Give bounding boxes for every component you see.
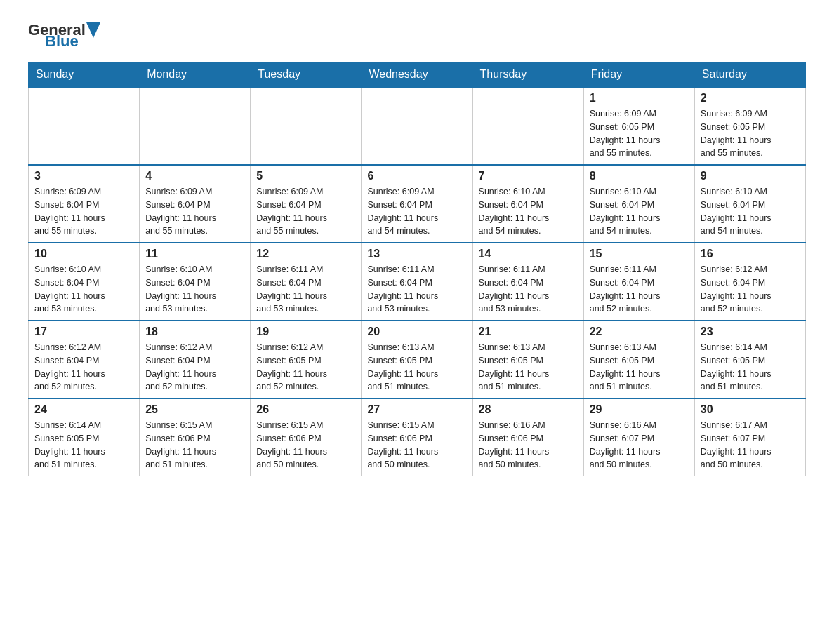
day-info: Sunrise: 6:13 AMSunset: 6:05 PMDaylight:… (590, 341, 689, 394)
day-info: Sunrise: 6:15 AMSunset: 6:06 PMDaylight:… (367, 419, 466, 471)
day-info: Sunrise: 6:12 AMSunset: 6:05 PMDaylight:… (256, 341, 355, 394)
day-number: 23 (701, 326, 800, 338)
day-info: Sunrise: 6:14 AMSunset: 6:05 PMDaylight:… (701, 341, 800, 394)
day-info: Sunrise: 6:10 AMSunset: 6:04 PMDaylight:… (34, 263, 133, 316)
day-number: 25 (145, 403, 244, 416)
calendar-cell: 18Sunrise: 6:12 AMSunset: 6:04 PMDayligh… (140, 321, 251, 398)
day-info: Sunrise: 6:15 AMSunset: 6:06 PMDaylight:… (256, 419, 355, 471)
calendar-cell (140, 87, 251, 165)
calendar-header-row: SundayMondayTuesdayWednesdayThursdayFrid… (29, 62, 806, 88)
day-info: Sunrise: 6:09 AMSunset: 6:04 PMDaylight:… (367, 185, 466, 238)
day-info: Sunrise: 6:10 AMSunset: 6:04 PMDaylight:… (590, 185, 689, 238)
calendar-cell: 19Sunrise: 6:12 AMSunset: 6:05 PMDayligh… (251, 321, 362, 398)
day-number: 13 (367, 248, 466, 260)
weekday-header: Saturday (694, 62, 805, 88)
calendar-cell: 30Sunrise: 6:17 AMSunset: 6:07 PMDayligh… (694, 398, 805, 476)
day-number: 20 (367, 326, 466, 338)
day-number: 30 (701, 403, 800, 416)
logo-triangle-icon (86, 22, 100, 38)
day-number: 17 (34, 326, 133, 338)
day-info: Sunrise: 6:16 AMSunset: 6:07 PMDaylight:… (590, 419, 689, 471)
day-number: 11 (145, 248, 244, 260)
day-info: Sunrise: 6:10 AMSunset: 6:04 PMDaylight:… (701, 185, 800, 238)
weekday-header: Sunday (29, 62, 140, 88)
day-number: 12 (256, 248, 355, 260)
calendar-cell: 9Sunrise: 6:10 AMSunset: 6:04 PMDaylight… (694, 165, 805, 243)
calendar-cell: 11Sunrise: 6:10 AMSunset: 6:04 PMDayligh… (140, 243, 251, 321)
logo: General Blue (28, 21, 101, 51)
calendar-cell: 16Sunrise: 6:12 AMSunset: 6:04 PMDayligh… (694, 243, 805, 321)
day-info: Sunrise: 6:13 AMSunset: 6:05 PMDaylight:… (367, 341, 466, 394)
day-info: Sunrise: 6:09 AMSunset: 6:05 PMDaylight:… (701, 107, 800, 160)
calendar-cell: 21Sunrise: 6:13 AMSunset: 6:05 PMDayligh… (472, 321, 583, 398)
calendar-week-row: 1Sunrise: 6:09 AMSunset: 6:05 PMDaylight… (29, 87, 806, 165)
calendar-cell: 17Sunrise: 6:12 AMSunset: 6:04 PMDayligh… (29, 321, 140, 398)
weekday-header: Tuesday (251, 62, 362, 88)
day-info: Sunrise: 6:10 AMSunset: 6:04 PMDaylight:… (145, 263, 244, 316)
day-info: Sunrise: 6:11 AMSunset: 6:04 PMDaylight:… (367, 263, 466, 316)
calendar-table: SundayMondayTuesdayWednesdayThursdayFrid… (28, 62, 806, 476)
day-number: 5 (256, 170, 355, 182)
day-number: 9 (701, 170, 800, 182)
day-number: 28 (479, 403, 578, 416)
calendar-cell: 10Sunrise: 6:10 AMSunset: 6:04 PMDayligh… (29, 243, 140, 321)
day-info: Sunrise: 6:14 AMSunset: 6:05 PMDaylight:… (34, 419, 133, 471)
page-header: General Blue (28, 21, 806, 51)
calendar-week-row: 24Sunrise: 6:14 AMSunset: 6:05 PMDayligh… (29, 398, 806, 476)
day-number: 21 (479, 326, 578, 338)
day-number: 15 (590, 248, 689, 260)
svg-marker-0 (86, 22, 100, 38)
day-number: 6 (367, 170, 466, 182)
day-number: 27 (367, 403, 466, 416)
day-info: Sunrise: 6:11 AMSunset: 6:04 PMDaylight:… (590, 263, 689, 316)
weekday-header: Wednesday (362, 62, 472, 88)
day-number: 22 (590, 326, 689, 338)
weekday-header: Friday (583, 62, 694, 88)
calendar-cell: 28Sunrise: 6:16 AMSunset: 6:06 PMDayligh… (472, 398, 583, 476)
day-info: Sunrise: 6:12 AMSunset: 6:04 PMDaylight:… (145, 341, 244, 394)
calendar-cell: 6Sunrise: 6:09 AMSunset: 6:04 PMDaylight… (362, 165, 472, 243)
calendar-cell (362, 87, 472, 165)
calendar-cell (29, 87, 140, 165)
calendar-week-row: 10Sunrise: 6:10 AMSunset: 6:04 PMDayligh… (29, 243, 806, 321)
calendar-cell: 8Sunrise: 6:10 AMSunset: 6:04 PMDaylight… (583, 165, 694, 243)
day-info: Sunrise: 6:09 AMSunset: 6:05 PMDaylight:… (590, 107, 689, 160)
day-number: 4 (145, 170, 244, 182)
day-info: Sunrise: 6:12 AMSunset: 6:04 PMDaylight:… (34, 341, 133, 394)
weekday-header: Thursday (472, 62, 583, 88)
day-info: Sunrise: 6:15 AMSunset: 6:06 PMDaylight:… (145, 419, 244, 471)
day-number: 8 (590, 170, 689, 182)
day-number: 14 (479, 248, 578, 260)
day-info: Sunrise: 6:11 AMSunset: 6:04 PMDaylight:… (479, 263, 578, 316)
calendar-cell: 5Sunrise: 6:09 AMSunset: 6:04 PMDaylight… (251, 165, 362, 243)
logo-blue-text: Blue (45, 32, 79, 51)
day-number: 16 (701, 248, 800, 260)
day-number: 19 (256, 326, 355, 338)
day-info: Sunrise: 6:17 AMSunset: 6:07 PMDaylight:… (701, 419, 800, 471)
calendar-cell: 20Sunrise: 6:13 AMSunset: 6:05 PMDayligh… (362, 321, 472, 398)
day-info: Sunrise: 6:09 AMSunset: 6:04 PMDaylight:… (145, 185, 244, 238)
calendar-cell: 15Sunrise: 6:11 AMSunset: 6:04 PMDayligh… (583, 243, 694, 321)
calendar-cell: 22Sunrise: 6:13 AMSunset: 6:05 PMDayligh… (583, 321, 694, 398)
day-number: 24 (34, 403, 133, 416)
day-number: 7 (479, 170, 578, 182)
day-info: Sunrise: 6:09 AMSunset: 6:04 PMDaylight:… (34, 185, 133, 238)
day-number: 26 (256, 403, 355, 416)
calendar-cell (472, 87, 583, 165)
calendar-week-row: 3Sunrise: 6:09 AMSunset: 6:04 PMDaylight… (29, 165, 806, 243)
day-info: Sunrise: 6:09 AMSunset: 6:04 PMDaylight:… (256, 185, 355, 238)
calendar-week-row: 17Sunrise: 6:12 AMSunset: 6:04 PMDayligh… (29, 321, 806, 398)
calendar-cell: 29Sunrise: 6:16 AMSunset: 6:07 PMDayligh… (583, 398, 694, 476)
day-info: Sunrise: 6:11 AMSunset: 6:04 PMDaylight:… (256, 263, 355, 316)
calendar-cell: 14Sunrise: 6:11 AMSunset: 6:04 PMDayligh… (472, 243, 583, 321)
calendar-cell: 13Sunrise: 6:11 AMSunset: 6:04 PMDayligh… (362, 243, 472, 321)
day-info: Sunrise: 6:13 AMSunset: 6:05 PMDaylight:… (479, 341, 578, 394)
calendar-cell: 25Sunrise: 6:15 AMSunset: 6:06 PMDayligh… (140, 398, 251, 476)
calendar-cell: 24Sunrise: 6:14 AMSunset: 6:05 PMDayligh… (29, 398, 140, 476)
weekday-header: Monday (140, 62, 251, 88)
day-number: 2 (701, 92, 800, 105)
calendar-cell: 26Sunrise: 6:15 AMSunset: 6:06 PMDayligh… (251, 398, 362, 476)
day-number: 1 (590, 92, 689, 105)
calendar-cell: 1Sunrise: 6:09 AMSunset: 6:05 PMDaylight… (583, 87, 694, 165)
day-info: Sunrise: 6:16 AMSunset: 6:06 PMDaylight:… (479, 419, 578, 471)
